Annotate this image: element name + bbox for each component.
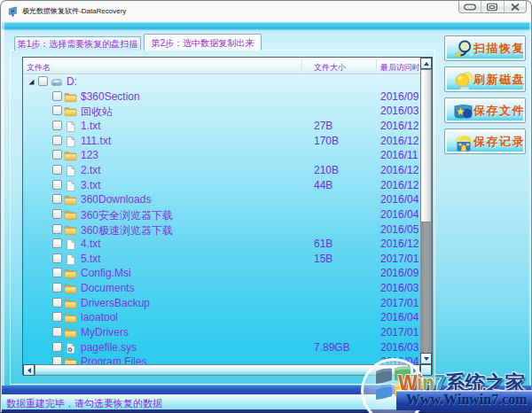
- file-date: 2016/12: [380, 179, 419, 191]
- file-row[interactable]: MyDrivers2017/01: [23, 325, 420, 340]
- file-icon: [64, 120, 77, 132]
- scroll-right-button[interactable]: [409, 364, 420, 376]
- file-row[interactable]: 2.txt210B2016/12: [23, 163, 420, 178]
- file-row[interactable]: Documents2016/03: [23, 281, 420, 296]
- file-row[interactable]: DriversBackup2017/01: [23, 296, 420, 311]
- row-checkbox[interactable]: [52, 121, 62, 130]
- row-checkbox[interactable]: [52, 209, 62, 219]
- folder-icon: [64, 105, 77, 117]
- file-row[interactable]: Program Files2016/04: [23, 355, 420, 364]
- save-record-label: 保存记录: [473, 134, 525, 150]
- file-row[interactable]: 360Downloads2016/04: [23, 192, 420, 207]
- horizontal-scrollbar[interactable]: [23, 364, 420, 376]
- scroll-left-button[interactable]: [23, 364, 35, 376]
- folder-icon: [64, 282, 77, 294]
- row-checkbox[interactable]: [52, 356, 62, 364]
- file-name: Config.Msi: [81, 267, 131, 279]
- save-file-icon: [453, 101, 473, 121]
- file-name: Documents: [81, 282, 135, 294]
- row-checkbox[interactable]: [52, 91, 62, 101]
- arrow-left-icon: [27, 368, 31, 373]
- save-file-label: 保存文件: [473, 103, 525, 119]
- file-row[interactable]: Config.Msi2016/09: [23, 266, 420, 281]
- file-name: $360Section: [81, 90, 140, 103]
- row-checkbox[interactable]: [52, 224, 62, 234]
- row-checkbox[interactable]: [52, 283, 62, 292]
- vertical-scrollbar[interactable]: [420, 58, 432, 364]
- row-checkbox[interactable]: [52, 165, 62, 175]
- tab-step2-label: 第2步：选中数据复制出来: [152, 38, 254, 48]
- file-date: 2016/05: [380, 223, 419, 236]
- tab-step1[interactable]: 第1步：选择需要恢复的盘扫描: [14, 36, 141, 51]
- row-checkbox[interactable]: [52, 150, 62, 160]
- tree-expander-icon[interactable]: [27, 78, 35, 86]
- file-name: 3.txt: [81, 179, 101, 191]
- column-header-name[interactable]: 文件名: [27, 62, 51, 74]
- list-rows: D:$360Section2016/09回收站2016/031.txt27B20…: [23, 74, 420, 364]
- row-checkbox[interactable]: [38, 76, 48, 86]
- file-row[interactable]: 1232016/11: [23, 148, 420, 163]
- file-row[interactable]: 回收站2016/03: [23, 104, 420, 119]
- save-file-button[interactable]: 保存文件: [444, 97, 526, 123]
- file-name: pagefile.sys: [81, 341, 137, 354]
- maximize-icon: [487, 3, 497, 11]
- drive-icon: [50, 75, 63, 88]
- file-row[interactable]: 360安全浏览器下载2016/04: [23, 207, 420, 222]
- row-checkbox[interactable]: [52, 194, 62, 204]
- row-checkbox[interactable]: [52, 180, 62, 190]
- folder-icon: [64, 326, 77, 339]
- file-name: 回收站: [81, 105, 113, 120]
- minimize-button[interactable]: [459, 1, 481, 12]
- vertical-scroll-thumb[interactable]: [420, 69, 432, 222]
- list-header: 文件名 文件大小 最后访问时间: [23, 58, 420, 74]
- row-checkbox[interactable]: [52, 253, 62, 263]
- file-row[interactable]: laoatool2016/04: [23, 310, 420, 325]
- file-name: D:: [66, 75, 77, 88]
- refresh-disk-button[interactable]: 刷新磁盘: [444, 66, 526, 92]
- close-button[interactable]: [505, 1, 526, 12]
- row-checkbox[interactable]: [52, 136, 62, 145]
- file-date: 2016/09: [380, 90, 419, 103]
- screenshot-stage: 极光数据恢复软件-DataRecovery 第1步：选择需要恢: [0, 0, 532, 413]
- row-checkbox[interactable]: [52, 342, 62, 352]
- file-date: 2016/12: [380, 238, 419, 250]
- column-separator[interactable]: [301, 59, 302, 72]
- file-row[interactable]: 111.txt170B2016/12: [23, 134, 420, 149]
- save-record-button[interactable]: 保存记录: [444, 129, 526, 154]
- file-row[interactable]: 4.txt61B2016/12: [23, 237, 420, 252]
- file-row[interactable]: $360Section2016/09: [23, 90, 420, 105]
- file-row[interactable]: 5.txt15B2017/01: [23, 252, 420, 267]
- row-checkbox[interactable]: [52, 268, 62, 277]
- scan-recover-button[interactable]: 扫描恢复: [444, 35, 526, 61]
- row-checkbox[interactable]: [52, 298, 62, 308]
- row-checkbox[interactable]: [52, 105, 62, 115]
- folder-icon: [64, 149, 77, 161]
- file-icon: [64, 238, 77, 250]
- folder-icon: [64, 208, 77, 221]
- scroll-down-button[interactable]: [420, 353, 432, 364]
- row-checkbox[interactable]: [52, 238, 62, 248]
- file-row[interactable]: 3.txt44B2016/12: [23, 178, 420, 193]
- file-date: 2016/12: [380, 164, 419, 176]
- file-date: 2017/01: [380, 297, 419, 309]
- scrollbar-corner: [420, 364, 432, 376]
- folder-icon: [64, 223, 77, 236]
- column-header-size[interactable]: 文件大小: [314, 62, 346, 74]
- tab-step2[interactable]: 第2步：选中数据复制出来: [144, 34, 262, 51]
- file-name: 360安全浏览器下载: [81, 208, 173, 223]
- row-checkbox[interactable]: [52, 312, 62, 322]
- scroll-up-button[interactable]: [420, 58, 432, 69]
- file-row[interactable]: 1.txt27B2016/12: [23, 119, 420, 134]
- file-row[interactable]: 360极速浏览器下载2016/05: [23, 222, 420, 238]
- file-date: 2016/12: [380, 135, 419, 147]
- horizontal-scroll-thumb[interactable]: [35, 364, 409, 376]
- maximize-button[interactable]: [481, 1, 504, 12]
- refresh-disk-icon: [453, 70, 473, 90]
- row-checkbox[interactable]: [52, 327, 62, 337]
- column-separator[interactable]: [376, 59, 377, 72]
- file-date: 2016/04: [380, 355, 419, 364]
- statusbar: 数据重建完毕，请勾选要恢复的数据: [2, 394, 532, 409]
- file-row[interactable]: D:: [23, 74, 420, 90]
- file-icon: [64, 179, 77, 191]
- file-row[interactable]: pagefile.sys7.89GB2016/03: [23, 340, 420, 355]
